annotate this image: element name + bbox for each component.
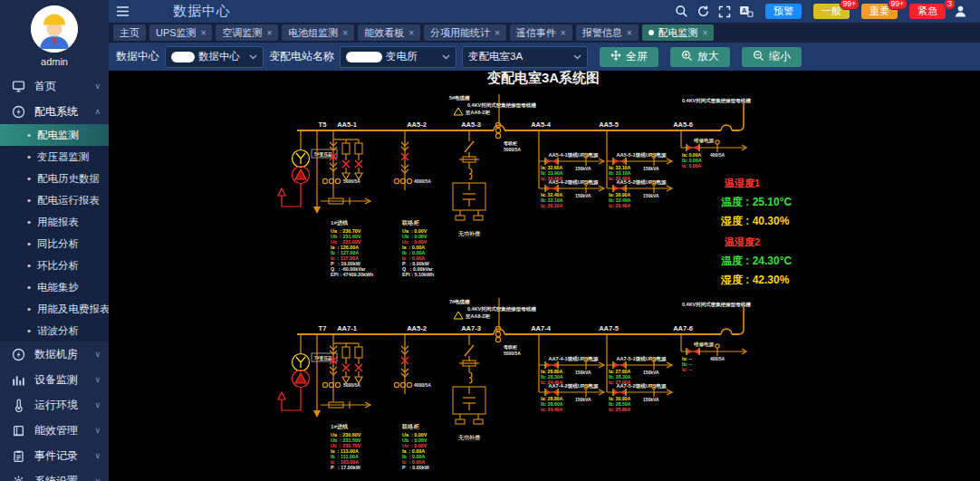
sidebar-item-label: 同比分析 <box>37 237 79 251</box>
svg-text:Ic: 25.80A: Ic: 25.80A <box>609 407 630 412</box>
sidebar-item-pd-monitoring[interactable]: •配电监测 <box>0 124 109 146</box>
svg-text:温湿度2: 温湿度2 <box>724 236 760 247</box>
svg-text:4000/5A: 4000/5A <box>414 382 431 388</box>
sidebar-item-label: 变压器监测 <box>37 150 90 164</box>
sidebar-item-yoy-analysis[interactable]: •同比分析 <box>0 233 109 255</box>
sidebar-submenu: •配电监测•变压器监测•配电历史数据•配电运行报表•用能报表•同比分析•环比分析… <box>0 124 109 342</box>
count-badge: 99+ <box>840 0 860 10</box>
fullscreen-button[interactable]: 全屏 <box>600 47 658 67</box>
svg-text:400/5A: 400/5A <box>710 152 725 158</box>
alarm-button-important[interactable]: 重要99+ <box>861 4 898 19</box>
close-icon[interactable]: × <box>627 28 632 38</box>
tab-sub-energy-stats[interactable]: 分项用能统计× <box>424 24 506 41</box>
tab-energy-board[interactable]: 能效看板× <box>358 24 420 41</box>
sidebar-item-operating-env[interactable]: 运行环境∨ <box>0 392 109 418</box>
sidebar-item-meter-collection[interactable]: •电能集抄 <box>0 276 109 298</box>
svg-text:AA7-4-2馈线UPS电源: AA7-4-2馈线UPS电源 <box>548 383 598 390</box>
single-line-diagram: 变配电室3A系统图T5AA5-1AA5-2AA5-3AA5-4AA5-5AA5-… <box>109 71 980 481</box>
tab-ups-monitoring[interactable]: UPS监测× <box>149 24 212 41</box>
close-icon[interactable]: × <box>495 28 500 38</box>
sidebar-item-label: 用能及电费报表 <box>37 303 109 316</box>
svg-text:湿度 : 42.30%: 湿度 : 42.30% <box>720 274 790 286</box>
tab-alarm-info[interactable]: 报警信息× <box>576 24 639 41</box>
chevron-down-icon <box>442 54 450 60</box>
app-window: admin 首页∨配电系统∧•配电监测•变压器监测•配电历史数据•配电运行报表•… <box>0 0 980 481</box>
svg-text:P : 17.00kW: P : 17.00kW <box>331 465 361 470</box>
zoom-out-button[interactable]: 缩小 <box>742 47 802 67</box>
close-icon[interactable]: × <box>703 28 708 38</box>
alarm-button-warning[interactable]: 预警 <box>765 4 802 19</box>
svg-text:Ic: 20.40A: Ic: 20.40A <box>609 203 630 208</box>
room-select[interactable]: 变配电室3A <box>462 46 588 68</box>
close-icon[interactable]: × <box>201 28 207 38</box>
svg-text:5000/5A: 5000/5A <box>343 382 360 388</box>
tab-telesignal-events[interactable]: 遥信事件× <box>510 24 572 41</box>
sidebar-item-energy-report[interactable]: •用能报表 <box>0 211 109 233</box>
sidebar-item-label: 电能集抄 <box>37 281 79 294</box>
svg-text:AA7-4-1馈线UPS电源: AA7-4-1馈线UPS电源 <box>548 356 598 362</box>
datacenter-select[interactable]: 数据中心 <box>165 46 264 68</box>
sidebar-item-data-room[interactable]: 数据机房∨ <box>0 342 109 367</box>
user-icon[interactable] <box>954 5 967 18</box>
sidebar-item-label: 设备监测 <box>34 372 94 388</box>
svg-text:AA7-3: AA7-3 <box>461 324 481 332</box>
datacenter-label: 数据中心 <box>116 49 159 64</box>
zoom-out-icon <box>753 50 764 64</box>
bullet-icon: • <box>27 173 31 184</box>
top-header: 数据中心 A 预警一般99+重要99+紧急3 <box>109 0 980 23</box>
tab-pd-monitoring[interactable]: 配电监测× <box>642 24 715 41</box>
sidebar-item-energy-mgmt[interactable]: 能效管理∨ <box>0 418 109 443</box>
search-icon[interactable] <box>675 5 688 18</box>
zoom-in-button[interactable]: 放大 <box>670 47 730 67</box>
sidebar-item-transformer-monitoring[interactable]: •变压器监测 <box>0 146 109 168</box>
svg-text:无功补偿: 无功补偿 <box>457 230 480 237</box>
chevron-down-icon: ∨ <box>94 350 101 359</box>
tab-battery-monitoring[interactable]: 电池组监测× <box>282 24 354 41</box>
close-icon[interactable]: × <box>561 28 566 38</box>
svg-text:变配电室3A系统图: 变配电室3A系统图 <box>486 71 600 85</box>
svg-text:AA5-5: AA5-5 <box>599 120 619 129</box>
station-select[interactable]: 变电所 <box>340 46 456 68</box>
svg-text:AA7-5-1馈线UPS电源: AA7-5-1馈线UPS电源 <box>616 356 666 362</box>
main-column: 数据中心 A 预警一般99+重要99+紧急3 主 <box>109 0 980 481</box>
worker-avatar-icon <box>31 5 78 53</box>
sidebar-item-label: 运行环境 <box>34 398 94 413</box>
sidebar-item-energy-fee-report[interactable]: •用能及电费报表 <box>0 298 109 320</box>
svg-text:至AA6-2柜: 至AA6-2柜 <box>465 110 490 115</box>
tab-ac-monitoring[interactable]: 空调监测× <box>216 24 278 41</box>
svg-text:维修电源: 维修电源 <box>693 138 715 144</box>
svg-text:Ic: 20.10A: Ic: 20.10A <box>541 203 562 208</box>
close-icon[interactable]: × <box>266 28 272 38</box>
bullet-icon: • <box>27 130 31 140</box>
sidebar-item-power-distribution[interactable]: 配电系统∧ <box>0 99 109 124</box>
sidebar-item-system-settings[interactable]: 系统设置∨ <box>0 468 109 481</box>
close-icon[interactable]: × <box>342 28 348 38</box>
sidebar-item-label: 系统设置 <box>34 474 94 481</box>
sidebar-item-pd-history[interactable]: •配电历史数据 <box>0 168 109 189</box>
sidebar-item-mom-analysis[interactable]: •环比分析 <box>0 255 109 276</box>
sidebar-item-harmonic-analysis[interactable]: •谐波分析 <box>0 320 109 342</box>
diagram-canvas[interactable]: 变配电室3A系统图T5AA5-1AA5-2AA5-3AA5-4AA5-5AA5-… <box>109 71 980 481</box>
fullscreen-icon[interactable] <box>718 5 731 18</box>
svg-text:AA5-6: AA5-6 <box>673 120 693 129</box>
device-icon <box>12 373 27 387</box>
chevron-up-icon: ∧ <box>94 107 101 116</box>
alarm-button-general[interactable]: 一般99+ <box>813 4 850 19</box>
sidebar-item-event-log[interactable]: 事件记录∨ <box>0 443 109 468</box>
svg-text:5#电缆槽: 5#电缆槽 <box>449 95 470 101</box>
avatar[interactable] <box>31 5 78 53</box>
sidebar-item-home[interactable]: 首页∨ <box>0 73 109 99</box>
tab-home[interactable]: 主页 <box>113 24 146 41</box>
svg-text:湿度 : 40.30%: 湿度 : 40.30% <box>720 215 790 227</box>
translate-icon[interactable]: A <box>739 5 754 18</box>
close-icon[interactable]: × <box>408 28 414 38</box>
menu-toggle-icon[interactable] <box>116 5 130 17</box>
refresh-icon[interactable] <box>697 5 710 18</box>
tab-label: 能效看板 <box>364 26 404 40</box>
sidebar-item-pd-run-report[interactable]: •配电运行报表 <box>0 189 109 211</box>
svg-text:AA7-5-2馈线UPS电源: AA7-5-2馈线UPS电源 <box>616 383 666 390</box>
sidebar-item-device-monitoring[interactable]: 设备监测∨ <box>0 367 109 392</box>
sidebar-item-label: 数据机房 <box>34 347 94 362</box>
tab-label: 电池组监测 <box>288 26 338 40</box>
alarm-button-critical[interactable]: 紧急3 <box>909 4 946 19</box>
